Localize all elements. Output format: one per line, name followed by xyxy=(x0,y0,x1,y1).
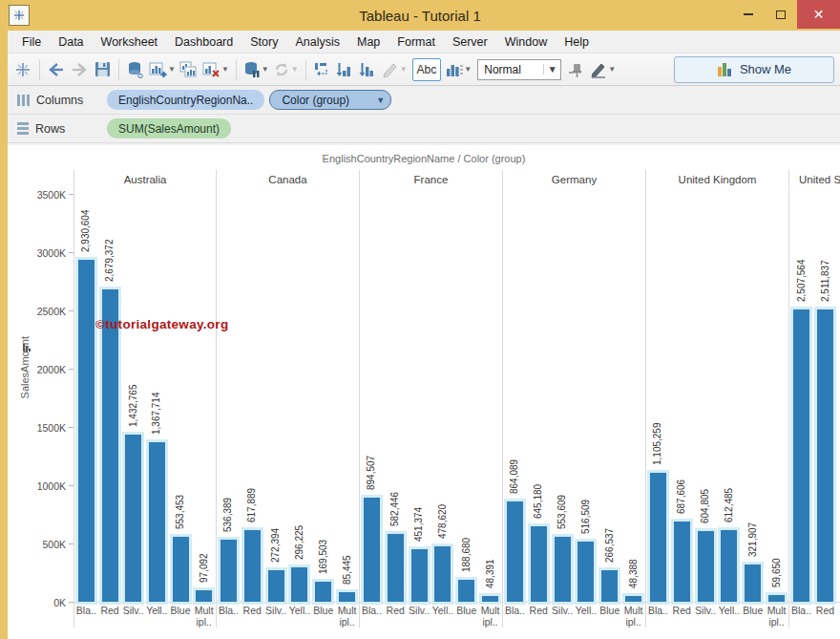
bar-mark[interactable] xyxy=(268,570,284,602)
chevron-down-icon: ▼ xyxy=(400,65,408,74)
category-label: Blue xyxy=(454,603,478,628)
bar-value-label: 97,092 xyxy=(199,553,209,583)
category-label: Yell.. xyxy=(145,603,169,628)
bar-mark[interactable] xyxy=(601,570,618,602)
bar-mark[interactable] xyxy=(698,531,714,602)
close-button[interactable]: ✕ xyxy=(797,0,840,29)
bar-value-label: 1,367,714 xyxy=(151,393,161,436)
category-label: Red xyxy=(384,603,408,628)
bar-mark[interactable] xyxy=(339,592,355,602)
bar-mark[interactable] xyxy=(102,289,118,602)
menu-item-help[interactable]: Help xyxy=(556,32,598,52)
bar-value-label: 553,453 xyxy=(175,495,185,529)
bar-slot: 169,503 xyxy=(311,194,335,602)
maximize-button[interactable] xyxy=(765,0,797,29)
title-bar: Tableau - Tutorial 1 ✕ xyxy=(0,0,840,31)
presentation-mode-button[interactable]: ▼ xyxy=(588,57,618,82)
bar-mark[interactable] xyxy=(721,530,737,602)
minimize-button[interactable] xyxy=(732,0,765,29)
bar-mark[interactable] xyxy=(220,540,237,602)
bar-value-label: 1,432,765 xyxy=(128,385,138,428)
show-mark-labels-button[interactable]: Abc xyxy=(412,58,442,81)
bar-mark[interactable] xyxy=(173,537,189,602)
bar-mark[interactable] xyxy=(434,546,451,602)
maximize-icon xyxy=(776,11,786,19)
category-label: Red xyxy=(670,603,694,628)
pill-english-country-region[interactable]: EnglishCountryRegionNa.. xyxy=(107,90,264,110)
bar-value-label: 296,225 xyxy=(294,525,304,560)
bar-mark[interactable] xyxy=(78,260,94,602)
fit-select[interactable]: Normal ▼ xyxy=(477,59,561,80)
add-data-source-button[interactable] xyxy=(124,57,147,82)
bar-mark[interactable] xyxy=(388,534,404,602)
rows-shelf[interactable]: Rows SUM(SalesAmount) xyxy=(8,115,840,143)
bar-mark[interactable] xyxy=(531,526,547,602)
bar-slot: 553,453 xyxy=(169,194,193,602)
bar-mark[interactable] xyxy=(768,595,785,602)
sort-ascending-button[interactable] xyxy=(334,57,357,82)
bar-value-label: 188,680 xyxy=(461,538,472,572)
menu-item-file[interactable]: File xyxy=(13,32,50,52)
menu-item-dashboard[interactable]: Dashboard xyxy=(166,32,242,52)
menu-item-story[interactable]: Story xyxy=(242,32,286,52)
bar-mark[interactable] xyxy=(650,473,666,602)
bar-mark[interactable] xyxy=(364,498,380,602)
bar-mark[interactable] xyxy=(315,582,331,602)
bar-mark[interactable] xyxy=(674,522,690,602)
undo-button[interactable] xyxy=(45,57,68,82)
menu-item-worksheet[interactable]: Worksheet xyxy=(93,32,167,52)
category-label: Red xyxy=(98,603,122,628)
bar-mark[interactable] xyxy=(482,596,498,602)
bar-mark[interactable] xyxy=(196,590,212,602)
pin-icon xyxy=(568,62,585,77)
menu-item-window[interactable]: Window xyxy=(496,32,556,52)
swap-rows-columns-button[interactable] xyxy=(311,57,334,82)
bar-mark[interactable] xyxy=(458,580,474,602)
y-axis: 0K500K1000K1500K2000K2500K3000K3500K xyxy=(8,195,74,603)
add-data-icon xyxy=(127,61,145,78)
pill-sum-salesamount[interactable]: SUM(SalesAmount) xyxy=(107,118,231,138)
bar-slot: 617,889 xyxy=(241,194,264,602)
chevron-down-icon[interactable]: ▼ xyxy=(376,96,385,105)
bar-mark[interactable] xyxy=(507,501,523,602)
columns-shelf[interactable]: Columns EnglishCountryRegionNa.. Color (… xyxy=(8,86,840,115)
chevron-down-icon: ▼ xyxy=(168,65,176,74)
bar-mark[interactable] xyxy=(244,530,261,602)
bar-slot: 894,507 xyxy=(360,194,384,602)
show-me-button[interactable]: Show Me xyxy=(674,56,834,83)
bar-mark[interactable] xyxy=(291,567,307,602)
highlight-button[interactable]: ▼ xyxy=(380,57,410,82)
category-label: Yell.. xyxy=(717,603,741,628)
clear-sheet-button[interactable]: ▼ xyxy=(200,57,231,82)
bar-mark[interactable] xyxy=(555,537,571,602)
category-label: Silv.. xyxy=(121,603,145,628)
bar-mark[interactable] xyxy=(411,549,428,602)
run-update-button[interactable]: ▼ xyxy=(271,57,301,82)
marks-type-button[interactable]: ▼ xyxy=(444,57,473,82)
clear-sheet-icon xyxy=(202,61,220,78)
duplicate-sheet-button[interactable] xyxy=(178,57,200,82)
menu-item-data[interactable]: Data xyxy=(50,32,92,52)
sort-descending-button[interactable] xyxy=(357,57,380,82)
bar-mark[interactable] xyxy=(817,309,833,602)
fix-axes-button[interactable] xyxy=(565,57,588,82)
menu-item-map[interactable]: Map xyxy=(348,32,388,52)
pill-color-group[interactable]: Color (group) ▼ xyxy=(269,90,391,110)
menu-item-server[interactable]: Server xyxy=(444,32,496,52)
menu-item-analysis[interactable]: Analysis xyxy=(286,32,348,52)
new-worksheet-button[interactable]: ▼ xyxy=(147,57,178,82)
start-page-button[interactable] xyxy=(11,57,34,82)
bar-slot: 1,432,765 xyxy=(121,194,145,602)
bar-mark[interactable] xyxy=(578,542,594,602)
bar-mark[interactable] xyxy=(149,442,165,602)
menu-item-format[interactable]: Format xyxy=(388,32,444,52)
save-button[interactable] xyxy=(91,57,114,82)
bar-mark[interactable] xyxy=(125,435,141,602)
show-me-icon xyxy=(717,62,732,76)
redo-button[interactable] xyxy=(68,57,91,82)
pause-updates-button[interactable]: ▼ xyxy=(242,57,271,82)
bar-mark[interactable] xyxy=(745,564,761,602)
shelves: Columns EnglishCountryRegionNa.. Color (… xyxy=(8,86,840,145)
bar-mark[interactable] xyxy=(625,596,641,602)
bar-mark[interactable] xyxy=(793,309,809,602)
